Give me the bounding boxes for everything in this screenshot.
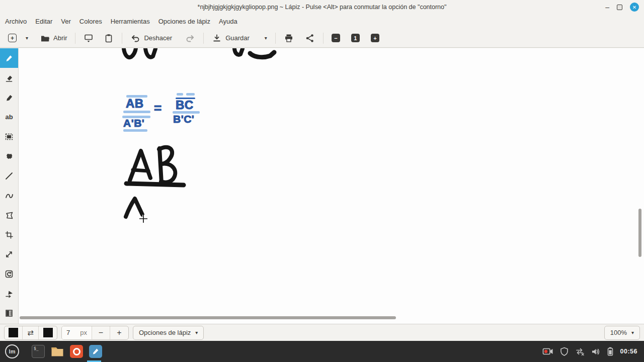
share-button[interactable] xyxy=(302,31,318,45)
print-button[interactable] xyxy=(281,31,297,45)
screenshot-button[interactable] xyxy=(80,31,97,45)
pen-options-label: Opciones de lápiz xyxy=(139,329,191,336)
size-increase-button[interactable]: + xyxy=(110,326,128,339)
equation-denominator-left: A'B' xyxy=(123,117,144,129)
taskbar-clock[interactable]: 00:56 xyxy=(620,348,637,355)
tool-select-free[interactable] xyxy=(0,146,18,166)
resize-icon xyxy=(5,250,14,259)
tool-select-rectangle[interactable] xyxy=(0,127,18,146)
network-disconnected-icon[interactable] xyxy=(575,347,585,356)
zoom-in-icon: + xyxy=(371,34,379,42)
eraser-icon xyxy=(5,73,14,82)
shield-icon[interactable] xyxy=(560,347,569,356)
mint-menu-button[interactable]: lm xyxy=(3,341,22,362)
menu-ver[interactable]: Ver xyxy=(61,18,71,25)
highlighter-icon xyxy=(5,93,14,102)
handwritten-A-crossbar xyxy=(133,170,148,171)
volume-icon[interactable] xyxy=(591,347,600,356)
system-tray: 00:56 xyxy=(542,347,641,356)
screen-recorder-icon[interactable] xyxy=(542,347,553,356)
zoom-in-button[interactable]: + xyxy=(368,32,382,44)
pen-options-dropdown[interactable]: Opciones de lápiz ▾ xyxy=(133,326,204,340)
save-button-label: Guardar xyxy=(225,34,250,42)
tool-shape[interactable] xyxy=(0,205,18,225)
primary-color-button[interactable] xyxy=(5,326,23,339)
undo-icon xyxy=(130,33,140,43)
chevron-down-icon: ▾ xyxy=(195,330,198,335)
chevron-down-icon: ▾ xyxy=(26,35,28,41)
secondary-color-button[interactable] xyxy=(39,326,57,339)
redo-button[interactable] xyxy=(182,31,198,45)
swap-arrows-icon: ⇄ xyxy=(27,328,34,337)
zoom-100-icon: 1 xyxy=(351,34,360,42)
zoom-dropdown[interactable]: 100% ▾ xyxy=(604,326,640,340)
taskbar-files[interactable] xyxy=(48,341,67,362)
minimize-button[interactable]: – xyxy=(605,4,609,11)
menu-editar[interactable]: Editar xyxy=(35,18,52,25)
tool-highlighter[interactable] xyxy=(0,87,18,107)
free-select-icon xyxy=(5,152,14,161)
tool-skew[interactable] xyxy=(0,284,18,303)
swap-colors-button[interactable]: ⇄ xyxy=(23,326,39,339)
save-menu-button[interactable]: ▾ xyxy=(262,33,270,43)
menu-opciones-lapiz[interactable]: Opciones de lápiz xyxy=(158,18,210,25)
save-button[interactable]: Guardar xyxy=(209,31,253,45)
undo-button[interactable]: Deshacer xyxy=(127,31,175,45)
minus-icon: − xyxy=(99,328,103,337)
tool-line[interactable] xyxy=(0,166,18,186)
battery-icon[interactable] xyxy=(607,347,614,356)
partial-stroke xyxy=(145,49,155,57)
drawing-canvas[interactable]: AB A'B' = BC B'C' xyxy=(19,48,644,324)
new-image-menu-button[interactable]: ▾ xyxy=(23,33,31,43)
save-icon xyxy=(212,33,222,43)
tool-curve[interactable] xyxy=(0,186,18,205)
menu-colores[interactable]: Colores xyxy=(79,18,102,25)
vertical-scrollbar[interactable] xyxy=(638,209,641,257)
pencil-icon xyxy=(5,54,14,63)
equation-denominator-right: B'C' xyxy=(173,113,194,125)
handwritten-underline xyxy=(126,184,184,185)
open-button[interactable]: Abrir xyxy=(37,32,70,45)
tool-rotate[interactable] xyxy=(0,264,18,284)
tool-text[interactable]: ab xyxy=(0,107,18,127)
plus-icon: + xyxy=(117,328,121,337)
close-button[interactable]: ✕ xyxy=(630,3,639,12)
overline-BC-dash xyxy=(177,93,183,96)
menu-archivo[interactable]: Archivo xyxy=(5,18,27,25)
taskbar: lm $_ xyxy=(0,341,644,362)
new-image-button[interactable]: + xyxy=(5,32,20,44)
size-field[interactable]: 7 px xyxy=(62,326,92,339)
taskbar-drawing-app[interactable] xyxy=(86,341,105,362)
horizontal-scrollbar[interactable] xyxy=(20,316,396,319)
ink-strokes xyxy=(19,48,644,324)
menu-ayuda[interactable]: Ayuda xyxy=(219,18,237,25)
taskbar-terminal[interactable]: $_ xyxy=(29,341,48,362)
filters-icon xyxy=(5,309,14,318)
titlebar: *njbjhjgjgkjgkjgykgliopop.png ~ Lápiz - … xyxy=(0,0,644,14)
paste-button[interactable] xyxy=(101,31,117,45)
tool-filters[interactable] xyxy=(0,303,18,323)
zoom-out-button[interactable]: − xyxy=(329,32,343,44)
toolbar: + ▾ Abrir Deshacer xyxy=(0,29,644,48)
tool-crop[interactable] xyxy=(0,225,18,244)
size-decrease-button[interactable]: − xyxy=(92,326,110,339)
tool-sidebar: ab xyxy=(0,48,19,324)
tool-scale[interactable] xyxy=(0,244,18,264)
equation-numerator-left: AB xyxy=(126,97,144,111)
options-bar: ⇄ 7 px − + Opciones de lápiz ▾ 100% ▾ xyxy=(0,324,644,341)
size-value: 7 xyxy=(66,329,70,336)
crosshair-cursor xyxy=(139,215,147,223)
secondary-color-swatch xyxy=(43,328,53,337)
rotate-icon xyxy=(5,269,14,279)
tool-pencil[interactable] xyxy=(0,48,18,68)
taskbar-firefox[interactable] xyxy=(67,341,86,362)
curve-icon xyxy=(5,191,14,200)
tool-eraser[interactable] xyxy=(0,68,18,87)
underline-ApBp xyxy=(123,129,147,132)
zoom-reset-button[interactable]: 1 xyxy=(348,32,363,44)
menu-herramientas[interactable]: Herramientas xyxy=(111,18,150,25)
maximize-button[interactable] xyxy=(617,5,622,10)
window-controls: – ✕ xyxy=(605,0,639,14)
skew-icon xyxy=(5,289,14,298)
menubar: Archivo Editar Ver Colores Herramientas … xyxy=(0,14,644,29)
